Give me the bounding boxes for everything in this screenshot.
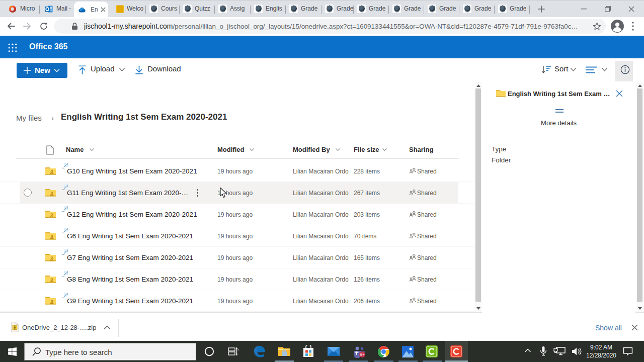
svg-text:9+: 9+ <box>360 352 364 357</box>
